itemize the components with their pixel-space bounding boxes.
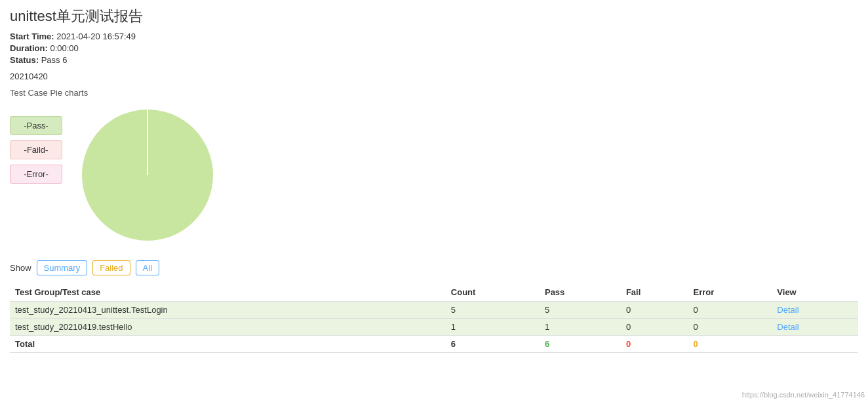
total-error: 0 xyxy=(688,336,772,353)
page-title: unittest单元测试报告 xyxy=(10,7,858,26)
legend-error: -Error- xyxy=(10,165,62,184)
col-pass: Pass xyxy=(540,283,621,302)
start-time-value: 2021-04-20 16:57:49 xyxy=(56,31,136,41)
detail-link[interactable]: Detail xyxy=(777,305,799,315)
total-row: Total6600 xyxy=(10,336,858,353)
show-label: Show xyxy=(10,263,31,273)
show-filter-row: Show Summary Failed All xyxy=(10,260,858,275)
row-view: Detail xyxy=(772,319,858,336)
col-group: Test Group/Test case xyxy=(10,283,446,302)
total-view xyxy=(772,336,858,353)
status-line: Status: Pass 6 xyxy=(10,55,858,65)
row-view: Detail xyxy=(772,302,858,319)
row-fail: 0 xyxy=(621,302,688,319)
start-time-line: Start Time: 2021-04-20 16:57:49 xyxy=(10,31,858,41)
pie-legend: -Pass- -Faild- -Error- xyxy=(10,116,62,184)
row-count: 1 xyxy=(446,319,540,336)
failed-button[interactable]: Failed xyxy=(92,260,130,275)
table-row: test_study_20210413_unittest.TestLogin55… xyxy=(10,302,858,319)
col-fail: Fail xyxy=(621,283,688,302)
all-button[interactable]: All xyxy=(136,260,159,275)
total-count: 6 xyxy=(446,336,540,353)
results-table: Test Group/Test case Count Pass Fail Err… xyxy=(10,283,858,353)
start-time-label: Start Time: xyxy=(10,31,54,41)
col-error: Error xyxy=(688,283,772,302)
status-value: Pass 6 xyxy=(41,55,68,65)
row-pass: 5 xyxy=(540,302,621,319)
duration-label: Duration: xyxy=(10,43,48,53)
pie-chart xyxy=(75,103,220,247)
row-name: test_study_20210413_unittest.TestLogin xyxy=(10,302,446,319)
row-error: 0 xyxy=(688,319,772,336)
detail-link[interactable]: Detail xyxy=(777,322,799,332)
table-header-row: Test Group/Test case Count Pass Fail Err… xyxy=(10,283,858,302)
row-pass: 1 xyxy=(540,319,621,336)
col-view: View xyxy=(772,283,858,302)
pie-section-title: Test Case Pie charts xyxy=(10,88,858,98)
row-fail: 0 xyxy=(621,319,688,336)
duration-line: Duration: 0:00:00 xyxy=(10,43,858,53)
date-display: 20210420 xyxy=(10,71,858,81)
summary-button[interactable]: Summary xyxy=(37,260,88,275)
pie-area: -Pass- -Faild- -Error- xyxy=(10,103,858,247)
legend-pass: -Pass- xyxy=(10,116,62,135)
pie-svg xyxy=(75,103,220,247)
legend-fail: -Faild- xyxy=(10,140,62,159)
row-name: test_study_20210419.testHello xyxy=(10,319,446,336)
table-row: test_study_20210419.testHello1100Detail xyxy=(10,319,858,336)
col-count: Count xyxy=(446,283,540,302)
duration-value: 0:00:00 xyxy=(50,43,78,53)
total-label: Total xyxy=(10,336,446,353)
total-pass: 6 xyxy=(540,336,621,353)
row-count: 5 xyxy=(446,302,540,319)
total-fail: 0 xyxy=(621,336,688,353)
status-label: Status: xyxy=(10,55,39,65)
row-error: 0 xyxy=(688,302,772,319)
